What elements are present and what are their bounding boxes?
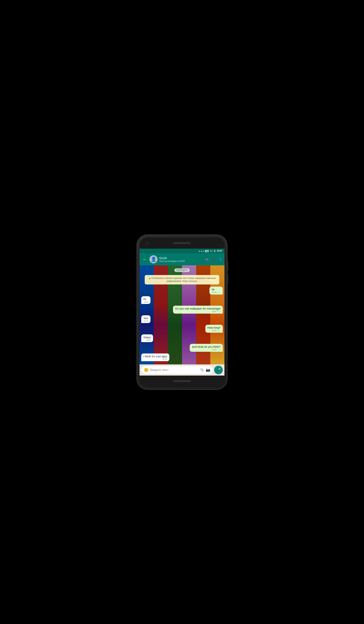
message-text: 5days xyxy=(143,336,151,339)
message-bubble: Hi 19:05 xyxy=(141,296,151,304)
message-row: Hi 19:05 xyxy=(141,296,223,304)
wifi-icon: ▲▲▲ xyxy=(199,250,204,252)
message-meta: 19:05 xyxy=(143,301,148,303)
speaker-grille xyxy=(173,242,191,244)
mic-icon: 🎤 xyxy=(216,368,221,372)
input-area: 🙂 📎 📷 🎤 xyxy=(140,364,224,376)
signal-icon: ▌▌▌ xyxy=(205,250,209,252)
screen: ▲▲▲ ▌▌▌ 8% 🔋 19:07 ← 👤 Grish был(-а) сег… xyxy=(140,249,224,376)
camera-button[interactable]: 📷 xyxy=(206,368,210,372)
message-time: 19:06 xyxy=(146,339,151,341)
message-text: How long? xyxy=(208,326,221,329)
message-time: 19:05 xyxy=(211,291,216,293)
message-bubble: How long? 19:06 ✓✓ xyxy=(205,325,223,333)
message-row: I think it's cool app) 19:07 xyxy=(141,354,223,361)
more-options-icon[interactable]: ⋮ xyxy=(219,257,222,261)
message-row: Hi 19:05 ✓✓ xyxy=(141,286,223,294)
message-meta: 19:07 xyxy=(143,358,167,360)
message-time: 19:05 xyxy=(143,301,148,303)
message-text: I think it's cool app) xyxy=(143,355,167,358)
contact-name: Grish xyxy=(159,256,203,260)
message-meta: 19:06 ✓✓ xyxy=(208,330,221,332)
header-actions: 📹 📞 ⋮ xyxy=(204,257,222,261)
bottom-bezel xyxy=(140,376,224,387)
emoji-button[interactable]: 🙂 xyxy=(144,368,149,372)
avatar-icon: 👤 xyxy=(151,257,156,262)
chat-content: СЕГОДНЯ 🔒 Сообщения и звонки в данном ча… xyxy=(140,265,224,363)
system-message: 🔒 Сообщения и звонки в данном чате тепер… xyxy=(145,275,219,285)
message-meta: 19:05 ✓✓ xyxy=(211,291,221,294)
battery-icon: 🔋 xyxy=(213,250,216,252)
date-badge: СЕГОДНЯ xyxy=(174,268,189,272)
chat-header: ← 👤 Grish был(-а) сегодня в 19:07 📹 📞 ⋮ xyxy=(140,253,224,265)
message-bubble: I think it's cool app) 19:07 xyxy=(141,354,169,361)
contact-status: был(-а) сегодня в 19:07 xyxy=(159,260,203,262)
message-row: Yes 19:06 xyxy=(141,315,223,323)
chat-area: СЕГОДНЯ 🔒 Сообщения и звонки в данном ча… xyxy=(140,265,224,364)
phone-device: ▲▲▲ ▌▌▌ 8% 🔋 19:07 ← 👤 Grish был(-а) сег… xyxy=(137,235,227,389)
message-time: 19:06 xyxy=(211,349,216,351)
message-bubble: Do you use wallpaper for messenger 19:05… xyxy=(173,306,223,313)
voice-call-icon[interactable]: 📞 xyxy=(211,257,216,261)
avatar[interactable]: 👤 xyxy=(149,255,157,263)
front-camera xyxy=(146,242,149,244)
read-receipt-icon: ✓✓ xyxy=(217,330,221,332)
message-meta: 19:05 ✓✓ xyxy=(175,311,221,313)
read-receipt-icon: ✓✓ xyxy=(217,311,221,313)
message-meta: 19:06 xyxy=(143,339,151,341)
attach-button[interactable]: 📎 xyxy=(200,368,204,372)
message-row: and what do you think? 19:06 ✓✓ xyxy=(141,344,223,352)
bottom-speaker-grille xyxy=(173,380,191,382)
message-time: 19:06 xyxy=(143,320,148,322)
video-call-icon[interactable]: 📹 xyxy=(204,257,208,261)
message-row: How long? 19:06 ✓✓ xyxy=(141,325,223,333)
message-text: Hi xyxy=(143,298,146,301)
message-bubble: Hi 19:05 ✓✓ xyxy=(209,286,223,294)
status-bar: ▲▲▲ ▌▌▌ 8% 🔋 19:07 xyxy=(140,249,224,253)
message-input[interactable] xyxy=(150,368,198,371)
message-time: 19:07 xyxy=(162,358,167,360)
message-time: 19:06 xyxy=(211,330,216,332)
read-receipt-icon: ✓✓ xyxy=(217,291,221,294)
top-bezel xyxy=(140,237,224,249)
phone-screen: ▲▲▲ ▌▌▌ 8% 🔋 19:07 ← 👤 Grish был(-а) сег… xyxy=(140,237,224,387)
message-meta: 19:06 ✓✓ xyxy=(192,349,221,351)
message-row: 5days 19:06 xyxy=(141,334,223,342)
message-bubble: Yes 19:06 xyxy=(141,315,151,323)
mic-button[interactable]: 🎤 xyxy=(214,366,223,374)
message-text: Hi xyxy=(211,288,214,291)
battery-text: 8% xyxy=(210,250,213,252)
message-row: Do you use wallpaper for messenger 19:05… xyxy=(141,306,223,313)
message-bubble: 5days 19:06 xyxy=(141,334,153,342)
contact-info: Grish был(-а) сегодня в 19:07 xyxy=(159,256,203,262)
message-text: Do you use wallpaper for messenger xyxy=(175,307,221,310)
read-receipt-icon: ✓✓ xyxy=(217,349,221,351)
message-text: and what do you think? xyxy=(192,345,221,348)
back-button[interactable]: ← xyxy=(142,256,148,262)
message-input-box: 🙂 📎 📷 xyxy=(141,366,213,374)
message-bubble: and what do you think? 19:06 ✓✓ xyxy=(190,344,223,352)
message-text: Yes xyxy=(143,317,148,320)
message-meta: 19:06 xyxy=(143,320,148,322)
status-time: 19:07 xyxy=(217,250,222,252)
message-time: 19:05 xyxy=(211,311,216,312)
status-icons: ▲▲▲ ▌▌▌ 8% 🔋 19:07 xyxy=(199,250,222,252)
